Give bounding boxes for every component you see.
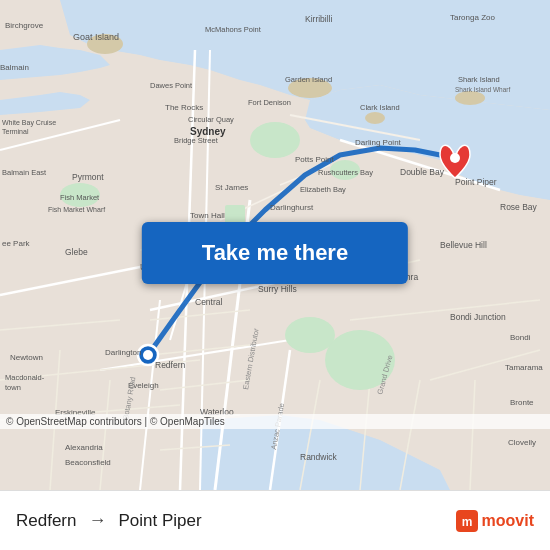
svg-text:Bridge Street: Bridge Street xyxy=(174,136,219,145)
svg-text:Balmain East: Balmain East xyxy=(2,168,47,177)
svg-text:Rushcutters Bay: Rushcutters Bay xyxy=(318,168,373,177)
svg-text:Glebe: Glebe xyxy=(65,247,88,257)
svg-text:Bondi: Bondi xyxy=(510,333,531,342)
from-location: Redfern xyxy=(16,511,76,531)
svg-text:Garden Island: Garden Island xyxy=(285,75,332,84)
take-me-there-button[interactable]: Take me there xyxy=(142,222,408,284)
svg-text:Circular Quay: Circular Quay xyxy=(188,115,234,124)
svg-text:The Rocks: The Rocks xyxy=(165,103,203,112)
map-attribution: © OpenStreetMap contributors | © OpenMap… xyxy=(0,414,550,429)
svg-text:Alexandria: Alexandria xyxy=(65,443,103,452)
svg-text:Macdonald-: Macdonald- xyxy=(5,373,45,382)
svg-point-44 xyxy=(365,112,385,124)
svg-text:Bronte: Bronte xyxy=(510,398,534,407)
svg-text:Tamarama: Tamarama xyxy=(505,363,543,372)
svg-text:Pyrmont: Pyrmont xyxy=(72,172,104,182)
svg-text:Bondi Junction: Bondi Junction xyxy=(450,312,506,322)
svg-text:Fish Market Wharf: Fish Market Wharf xyxy=(48,206,105,213)
svg-text:Fish Market: Fish Market xyxy=(60,193,100,202)
svg-text:Goat Island: Goat Island xyxy=(73,32,119,42)
svg-text:Bellevue Hill: Bellevue Hill xyxy=(440,240,487,250)
svg-point-45 xyxy=(455,91,485,105)
svg-point-39 xyxy=(285,317,335,353)
svg-text:Terminal: Terminal xyxy=(2,128,29,135)
svg-text:Potts Point: Potts Point xyxy=(295,155,334,164)
svg-text:Randwick: Randwick xyxy=(300,452,338,462)
svg-text:Taronga Zoo: Taronga Zoo xyxy=(450,13,495,22)
map-container: Goat Island Sydney The Rocks Circular Qu… xyxy=(0,0,550,490)
route-arrow-icon: → xyxy=(88,510,106,531)
svg-text:St James: St James xyxy=(215,183,248,192)
svg-point-47 xyxy=(143,350,153,360)
svg-text:Point Piper: Point Piper xyxy=(455,177,497,187)
svg-text:Redfern: Redfern xyxy=(155,360,186,370)
svg-text:Surry Hills: Surry Hills xyxy=(258,284,297,294)
bottom-bar: Redfern → Point Piper m moovit xyxy=(0,490,550,550)
svg-text:Clark Island: Clark Island xyxy=(360,103,400,112)
svg-text:Birchgrove: Birchgrove xyxy=(5,21,44,30)
svg-text:McMahons Point: McMahons Point xyxy=(205,25,262,34)
svg-text:ee Park: ee Park xyxy=(2,239,31,248)
to-location: Point Piper xyxy=(118,511,201,531)
svg-text:Darling Point: Darling Point xyxy=(355,138,402,147)
svg-text:Fort Denison: Fort Denison xyxy=(248,98,291,107)
svg-text:m: m xyxy=(461,515,472,529)
svg-text:Elizabeth Bay: Elizabeth Bay xyxy=(300,185,346,194)
svg-text:Newtown: Newtown xyxy=(10,353,43,362)
svg-text:Shark Island Wharf: Shark Island Wharf xyxy=(455,86,510,93)
svg-text:Clovelly: Clovelly xyxy=(508,438,536,447)
svg-text:Double Bay: Double Bay xyxy=(400,167,445,177)
moovit-logo: m moovit xyxy=(456,510,534,532)
svg-text:Rose Bay: Rose Bay xyxy=(500,202,538,212)
svg-text:Dawes Point: Dawes Point xyxy=(150,81,193,90)
svg-text:Shark Island: Shark Island xyxy=(458,75,500,84)
svg-point-36 xyxy=(250,122,300,158)
svg-text:Town Hall: Town Hall xyxy=(190,211,225,220)
route-info: Redfern → Point Piper xyxy=(16,510,202,531)
svg-text:Darlington: Darlington xyxy=(105,348,141,357)
svg-text:Darlinghurst: Darlinghurst xyxy=(270,203,314,212)
svg-text:town: town xyxy=(5,383,21,392)
svg-text:Kirribilli: Kirribilli xyxy=(305,14,333,24)
svg-text:White Bay Cruise: White Bay Cruise xyxy=(2,119,56,127)
moovit-icon: m xyxy=(456,510,478,532)
svg-text:Beaconsfield: Beaconsfield xyxy=(65,458,111,467)
svg-point-48 xyxy=(450,153,460,163)
svg-text:Balmain: Balmain xyxy=(0,63,29,72)
svg-text:Central: Central xyxy=(195,297,223,307)
moovit-text: moovit xyxy=(482,512,534,530)
